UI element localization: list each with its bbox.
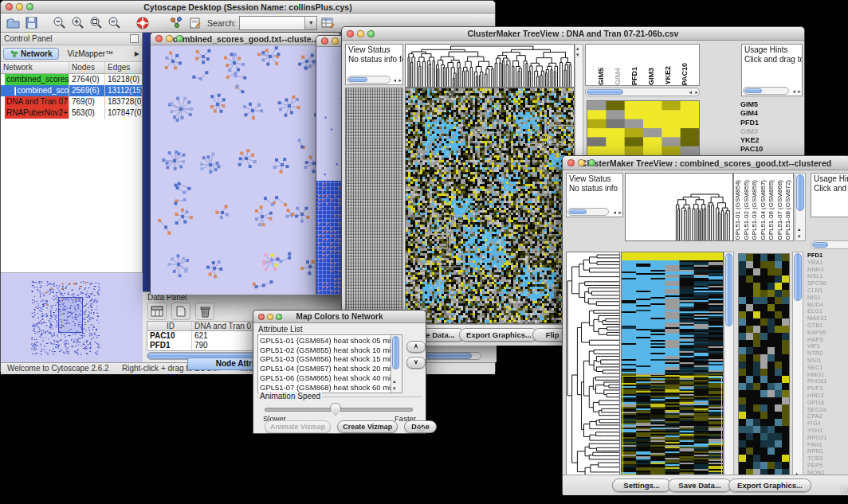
- minimize-button[interactable]: [357, 30, 364, 37]
- attribute-item[interactable]: GPL51-01 (GSM854) heat shock 05 min: [260, 336, 391, 346]
- col-edges[interactable]: Edges: [105, 62, 142, 73]
- gene-label[interactable]: GIM5: [740, 100, 796, 109]
- network-view-titlebar[interactable]: combined_scores_good.txt--cluste...: [151, 33, 340, 45]
- network-row-selected[interactable]: combined_sco 2569(6) 13112(15): [1, 85, 142, 96]
- treeview1-titlebar[interactable]: ClusterMaker TreeView : DNA and Tran 07-…: [342, 27, 804, 41]
- array-label[interactable]: GPL51-06 (GSM865): [768, 180, 776, 240]
- zoom-heatmap-canvas[interactable]: [738, 253, 790, 484]
- close-button[interactable]: [258, 314, 265, 320]
- animate-vizmap-button[interactable]: Animate Vizmap: [265, 420, 331, 433]
- attribute-list[interactable]: GPL51-01 (GSM854) heat shock 05 minGPL51…: [257, 334, 402, 393]
- zoom-button[interactable]: [176, 35, 183, 42]
- search-input[interactable]: ▼: [239, 16, 317, 30]
- scroll-left-icon[interactable]: ◂: [792, 88, 795, 95]
- gene-label[interactable]: GIM4: [740, 109, 796, 118]
- gene-label[interactable]: PFD1: [740, 119, 796, 127]
- minimize-button[interactable]: [332, 37, 339, 45]
- array-label[interactable]: GPL51-04 (GSM857): [760, 180, 768, 240]
- delete-attribute-icon[interactable]: [195, 303, 214, 320]
- close-button[interactable]: [155, 35, 163, 42]
- view-status-hscrollbar[interactable]: [567, 208, 609, 216]
- gene-label[interactable]: YKE2: [740, 136, 796, 145]
- attribute-browser-icon[interactable]: [320, 15, 336, 30]
- scroll-left-icon[interactable]: ◂: [393, 77, 396, 84]
- array-label[interactable]: GPL51-01 (GSM854): [734, 180, 743, 240]
- attribute-item[interactable]: GPL51-07 (GSM868) heat shock 60 min: [260, 383, 391, 393]
- zoom-fit-button[interactable]: [107, 15, 122, 30]
- create-vizmap-button[interactable]: Create Vizmap: [337, 420, 398, 433]
- zoom-heatmap-canvas[interactable]: [587, 100, 700, 156]
- network-overview-thumbnail[interactable]: [1, 273, 143, 362]
- array-labels-vscrollbar[interactable]: ▴ ▾: [795, 173, 806, 241]
- network-list-empty-area[interactable]: [1, 119, 142, 273]
- save-data-button[interactable]: Save Data...: [668, 479, 732, 492]
- scroll-left-icon[interactable]: ◂: [689, 89, 692, 96]
- minimize-button[interactable]: [578, 159, 585, 166]
- network-overview-panel[interactable]: [1, 273, 142, 362]
- zoom-out-button[interactable]: [52, 15, 67, 30]
- scroll-down-icon[interactable]: ▾: [798, 233, 801, 240]
- search-field[interactable]: [240, 17, 304, 29]
- open-session-button[interactable]: [6, 15, 21, 30]
- minimize-button[interactable]: [166, 35, 173, 42]
- annotation-tool-icon[interactable]: [187, 15, 202, 30]
- gene-label[interactable]: GIM3: [740, 127, 796, 136]
- network-row[interactable]: combined_scores 2764(0) 16218(0): [1, 74, 142, 85]
- slider-thumb[interactable]: [330, 403, 341, 416]
- column-label[interactable]: GIM5: [597, 68, 614, 85]
- column-label[interactable]: PFD1: [630, 67, 647, 85]
- float-panel-icon[interactable]: [130, 34, 139, 43]
- heatmap-canvas[interactable]: [621, 252, 724, 486]
- scroll-down-icon[interactable]: ▾: [576, 52, 579, 58]
- row-dendrogram-canvas[interactable]: [566, 252, 620, 486]
- export-graphics-button[interactable]: Export Graphics...: [728, 479, 811, 492]
- resize-grip[interactable]: [416, 424, 425, 432]
- tabs-overflow-icon[interactable]: ▶: [135, 50, 139, 57]
- move-up-button[interactable]: ∧: [406, 341, 426, 353]
- zoom-button[interactable]: [588, 159, 595, 166]
- move-down-button[interactable]: ∨: [406, 357, 426, 369]
- array-label[interactable]: GPL51-02 (GSM855): [743, 180, 752, 240]
- zoom-button[interactable]: [367, 30, 375, 37]
- column-label[interactable]: YKE2: [664, 66, 681, 85]
- tab-vizmapper[interactable]: VizMapper™: [62, 49, 118, 59]
- attribute-item[interactable]: GPL51-06 (GSM865) heat shock 40 min: [260, 373, 391, 383]
- scroll-up-icon[interactable]: ▴: [798, 226, 801, 232]
- network-row[interactable]: RNAPuberNov2+I 563(0) 107847(0): [1, 107, 142, 119]
- save-session-button[interactable]: [24, 15, 39, 30]
- gene-list-vscrollbar[interactable]: ▴ ▾: [792, 252, 803, 486]
- minimize-button[interactable]: [267, 314, 273, 320]
- scroll-right-icon[interactable]: ▸: [618, 209, 622, 216]
- scroll-down-icon[interactable]: ▾: [393, 385, 396, 392]
- select-attributes-icon[interactable]: [147, 303, 167, 320]
- network-row[interactable]: DNA and Tran 07 769(0) 183728(0): [1, 96, 142, 107]
- dialog-titlebar[interactable]: Map Colors to Network: [253, 311, 426, 323]
- attribute-list-vscrollbar[interactable]: ▴ ▾: [391, 335, 402, 393]
- column-label[interactable]: PAC10: [681, 63, 697, 85]
- array-label[interactable]: GPL51-07 (GSM868): [776, 180, 785, 240]
- global-heatmap-canvas[interactable]: [405, 88, 575, 324]
- new-attribute-icon[interactable]: [171, 303, 190, 320]
- help-lifesaver-icon[interactable]: [135, 15, 150, 30]
- tab-network[interactable]: Network: [3, 48, 59, 60]
- array-label[interactable]: GPL51-03 (GSM856): [751, 180, 760, 240]
- zoom-selected-button[interactable]: [88, 15, 104, 30]
- gene-label[interactable]: PAC10: [740, 145, 796, 154]
- resize-grip[interactable]: [840, 486, 848, 494]
- settings-button[interactable]: Settings...: [612, 479, 671, 492]
- heatmap-vscrollbar[interactable]: [724, 252, 734, 486]
- attribute-item[interactable]: GPL51-04 (GSM857) heat shock 20 min: [260, 364, 391, 373]
- usage-hints-hscrollbar[interactable]: [811, 240, 848, 249]
- network-tool-icon[interactable]: [169, 15, 184, 30]
- search-dropdown-icon[interactable]: ▼: [304, 17, 316, 29]
- attribute-item[interactable]: GPL51-03 (GSM856) heat shock 15 min: [260, 354, 391, 364]
- export-graphics-button[interactable]: Export Graphics...: [459, 328, 539, 342]
- scroll-left-icon[interactable]: ◂: [613, 209, 616, 216]
- main-titlebar[interactable]: Cytoscape Desktop (Session Name: collins…: [1, 1, 495, 14]
- minimize-button[interactable]: [16, 3, 23, 10]
- scroll-right-icon[interactable]: ▸: [695, 89, 698, 96]
- attribute-item[interactable]: GPL51-02 (GSM855) heat shock 10 min: [260, 346, 391, 355]
- col-id[interactable]: ID: [147, 322, 192, 330]
- view-status-hscrollbar[interactable]: [347, 76, 391, 84]
- column-label[interactable]: GIM3: [647, 68, 664, 85]
